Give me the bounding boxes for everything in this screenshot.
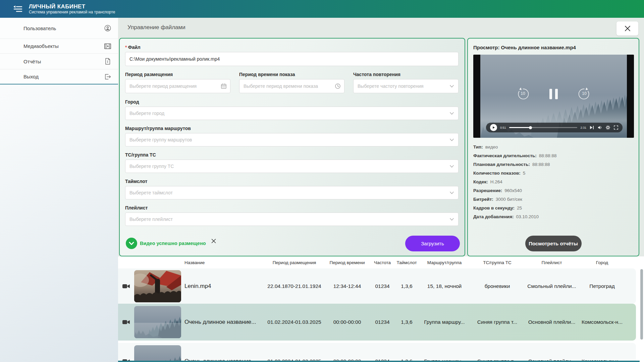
form-footer: Видео успешно размещено Загрузить: [126, 235, 460, 251]
video-metadata: Тип:видео Фактическая длительность:88:88…: [473, 143, 633, 221]
cell-route: Группа маршру...: [419, 319, 470, 325]
col-vehicle: ТС/группа ТС: [470, 260, 525, 265]
sidebar-menu: Пользователь Медиаобъекты: [0, 18, 118, 84]
table-bottom-border: [118, 361, 640, 362]
table-row-selected[interactable]: Очень длинное название... 01.02.2024-01.…: [118, 304, 636, 341]
scrollbar-thumb[interactable]: [640, 269, 643, 340]
menu-fold-icon[interactable]: [13, 5, 23, 13]
pause-button[interactable]: [549, 89, 558, 99]
table-row[interactable]: Lenin.mp4 22.04.1870-21.01.1924 12:34-12…: [118, 268, 636, 304]
preview-title: Просмотр: Очень длинное название.mp4: [473, 45, 633, 50]
clock-icon: [335, 83, 341, 89]
thumbnail-forest: [134, 345, 181, 362]
chevron-down-icon: [449, 137, 455, 143]
calendar-icon: [221, 83, 227, 89]
route-label: Маршрут/группа маршрутов: [125, 126, 459, 131]
modal-close-button[interactable]: [616, 21, 638, 36]
play-button[interactable]: [490, 124, 497, 131]
vehicle-select[interactable]: [125, 160, 459, 173]
player-center-controls: 10 10: [473, 87, 634, 101]
sidebar-item-media[interactable]: Медиаобъекты: [0, 39, 118, 54]
forward-10-button[interactable]: 10: [577, 87, 591, 101]
app-header: ЛИЧНЫЙ КАБИНЕТ Система управления реклам…: [0, 0, 644, 18]
next-track-icon[interactable]: [589, 125, 594, 130]
app-window: ЛИЧНЫЙ КАБИНЕТ Система управления реклам…: [0, 0, 644, 362]
chevron-down-icon: [449, 216, 455, 222]
fullscreen-icon[interactable]: [613, 125, 619, 130]
timeslot-select[interactable]: [125, 186, 459, 199]
sidebar-item-reports[interactable]: Отчёты: [0, 54, 118, 69]
meta-date-added: Дата добавления:03.10.2010: [473, 213, 633, 221]
cell-vehicle: броневики: [470, 283, 525, 289]
col-frequency: Частота: [371, 260, 394, 265]
view-reports-button[interactable]: Посмотреть отчёты: [525, 236, 582, 251]
meta-fps: Кадров в секунду:25: [473, 204, 633, 213]
meta-bitrate: Битрейт:3000 бит/сек: [473, 195, 633, 204]
col-city: Город: [579, 260, 626, 265]
success-close-icon[interactable]: [211, 238, 217, 244]
show-time-label: Период времени показа: [239, 72, 344, 77]
upload-button[interactable]: Загрузить: [405, 236, 460, 251]
col-playlist: Плейлист: [525, 260, 579, 265]
video-camera-icon: [118, 283, 134, 289]
city-select[interactable]: [125, 107, 459, 120]
cell-playlist: Смольный плейли...: [525, 283, 579, 289]
cell-frequency: 01234: [371, 319, 394, 325]
table-header: Название Период размещения Период времен…: [118, 256, 644, 268]
chevron-down-icon: [449, 163, 455, 169]
sidebar-item-label: Выход: [23, 74, 39, 79]
cell-time: 12:34-12:44: [324, 283, 371, 289]
frequency-select[interactable]: [353, 79, 459, 93]
current-time: 0:51: [500, 126, 506, 129]
table-row[interactable]: Очень длинное название... 01.02.2024-01.…: [118, 343, 636, 362]
success-check-icon: [126, 238, 137, 249]
sidebar-item-label: Медиаобъекты: [23, 43, 59, 49]
chevron-down-icon: [449, 83, 455, 89]
user-icon: [104, 24, 111, 32]
thumbnail-forest: [134, 306, 181, 338]
chevron-down-icon: [449, 110, 455, 116]
playlist-select[interactable]: [125, 213, 459, 226]
cell-vehicle: Синяя группа т...: [470, 319, 525, 325]
col-timeslot: Таймслот: [394, 260, 419, 265]
media-table: Название Период размещения Период времен…: [118, 256, 644, 362]
vehicle-group: ТС/группа ТС: [125, 152, 459, 173]
cell-time: 00:00-00:00: [324, 319, 371, 325]
meta-show-count: Количество показов:5: [473, 169, 633, 178]
report-icon: [104, 58, 111, 65]
volume-icon[interactable]: [597, 125, 602, 130]
timeslot-label: Таймслот: [125, 179, 459, 184]
video-camera-icon: [118, 319, 134, 325]
sidebar-item-user[interactable]: Пользователь: [0, 18, 118, 39]
cell-timeslot: 1,3,6: [394, 319, 419, 325]
player-control-bar: 0:51 2:31: [486, 123, 623, 132]
cell-period: 22.04.1870-21.01.1924: [265, 283, 324, 289]
settings-gear-icon[interactable]: [605, 125, 610, 130]
thumbnail-lenin: [134, 270, 181, 302]
show-time-input[interactable]: [239, 79, 344, 93]
route-select[interactable]: [125, 133, 459, 146]
logout-icon: [104, 73, 111, 80]
app-subtitle: Система управления рекламой на транспорт…: [29, 10, 115, 15]
required-mark: *: [125, 45, 127, 50]
file-management-modal: Управление файлами *Файл Период размещен…: [118, 18, 644, 362]
cell-period: 01.02.2024-01.03.2025: [265, 319, 324, 325]
frequency-label: Частота повторения: [353, 72, 459, 77]
sidebar-item-logout[interactable]: Выход: [0, 69, 118, 84]
media-icon: [104, 43, 111, 50]
meta-codec: Кодек:H.264: [473, 178, 633, 186]
placement-period-input[interactable]: [125, 79, 230, 93]
sidebar-item-label: Отчёты: [23, 59, 41, 64]
sidebar: Пользователь Медиаобъекты: [0, 18, 118, 362]
modal-header: Управление файлами: [118, 18, 644, 37]
rewind-10-button[interactable]: 10: [516, 87, 530, 101]
total-time: 2:31: [580, 126, 586, 129]
frequency-group: Частота повторения: [353, 72, 459, 93]
video-player: 10 10 0:51 2:31: [473, 55, 634, 138]
file-label: *Файл: [125, 45, 459, 50]
table-scrollbar: [640, 269, 643, 361]
success-message: Видео успешно размещено: [140, 241, 206, 246]
file-input[interactable]: [125, 52, 459, 66]
progress-bar[interactable]: [509, 127, 578, 128]
city-label: Город: [125, 99, 459, 105]
